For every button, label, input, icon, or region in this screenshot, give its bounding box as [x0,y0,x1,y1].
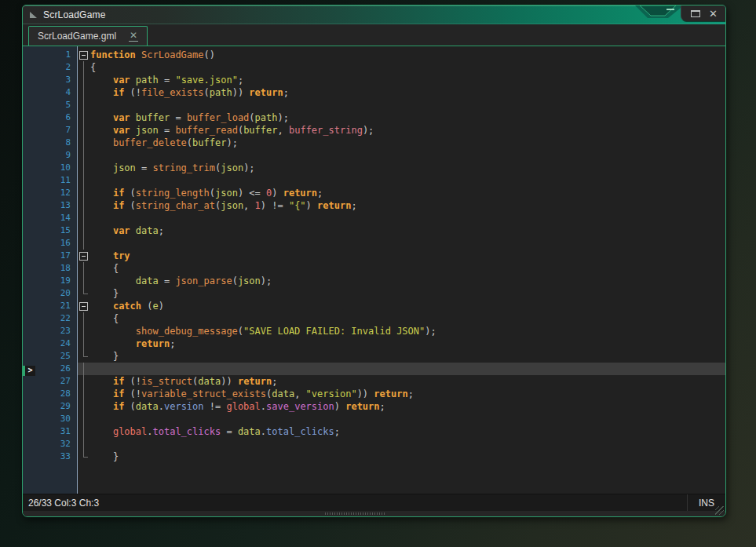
token-pun [90,426,113,437]
code-text: return; [90,337,175,350]
code-line: buffer_delete(buffer); [78,137,725,149]
token-pun [136,49,141,60]
code-line: if (data.version != global.save_version)… [78,400,725,413]
token-pun: = [136,162,153,173]
code-line: catch (e) [78,300,725,312]
fold-toggle-icon[interactable] [78,300,90,312]
code-line [78,237,725,250]
token-fn: string_trim [153,162,215,173]
window-buttons: ✕ [681,5,725,22]
line-number: 21 [23,300,77,312]
token-loc: e [152,301,158,312]
token-fn: variable_struct_exists [141,388,266,399]
code-line [78,438,725,450]
code-editor[interactable]: 1234567891011121314151617181920212223242… [23,46,725,494]
token-loc: json [215,188,238,199]
code-text: var buffer = buffer_load(path); [90,111,289,124]
fold-toggle-icon[interactable] [78,49,90,61]
line-number: 30 [23,413,77,425]
token-pun: = [221,426,238,437]
fold-guide [78,388,90,400]
token-pun: )) [232,87,250,98]
token-pun: { [90,313,119,324]
token-con: buffer_string [289,125,363,136]
token-pun [90,401,113,412]
line-number: 7 [23,124,77,137]
token-kw: if [113,87,124,98]
code-text: } [90,350,119,363]
token-pun [90,188,113,199]
token-pun: ; [351,200,356,211]
drag-handle-dots-icon[interactable] [325,512,386,515]
token-pun: ( [187,137,192,148]
token-pun: = [159,275,176,286]
token-kw: return [283,188,317,199]
fold-guide [78,199,90,212]
token-pun: ( [124,200,135,211]
token-pun: ; [283,87,289,98]
token-loc: path [210,87,232,98]
token-pun [90,162,113,173]
token-pun: = [170,112,187,123]
close-icon[interactable]: ✕ [709,9,718,19]
token-fn: ScrLoadGame [141,49,203,60]
line-number: 33 [23,450,77,463]
token-kw: var [113,75,130,86]
fold-guide [78,337,90,350]
token-pun: . [159,401,164,412]
token-pun: } [90,451,119,462]
line-number: 22 [23,312,77,325]
tab-close-icon[interactable]: ✕ [129,31,138,42]
token-pun: ); [226,137,237,148]
token-pun [90,125,113,136]
tab-scrloadgame[interactable]: ScrLoadGame.gml ✕ [28,26,148,46]
token-loc: json [221,162,243,173]
token-str: "version" [306,388,357,399]
tab-bar: ScrLoadGame.gml ✕ [23,24,725,46]
code-text: if (!file_exists(path)) return; [90,86,289,99]
minimize-notch-button[interactable] [635,5,681,19]
line-number: 15 [23,224,77,237]
fold-toggle-icon[interactable] [78,250,90,262]
code-line: global.total_clicks = data.total_clicks; [78,425,725,438]
window-menu-icon[interactable] [30,12,37,18]
line-number: 13 [23,199,77,212]
code-text: data = json_parse(json); [90,275,272,287]
code-text: var json = buffer_read(buffer, buffer_st… [90,124,374,137]
token-loc: data [136,401,159,412]
token-fn: buffer_read [175,125,237,136]
code-line: var data; [78,224,725,237]
code-lines[interactable]: function ScrLoadGame(){ var path = "save… [78,46,725,494]
minimize-notch-icon [635,5,681,19]
token-loc: json [221,200,243,211]
code-text: catch (e) [90,300,164,312]
window-titlebar[interactable]: ScrLoadGame ✕ [23,5,725,24]
token-kw: if [113,401,124,412]
token-pun: ; [159,225,164,236]
fold-guide [78,325,90,337]
token-gvar: total_clicks [153,426,221,437]
current-line-arrow-icon: > [23,366,35,376]
window-title: ScrLoadGame [43,9,106,20]
code-text: { [90,61,96,74]
resize-grip-icon[interactable] [715,506,724,515]
fold-guide [78,174,90,187]
line-number: 3 [23,74,77,86]
token-kw: if [113,188,124,199]
fold-guide [78,413,90,425]
maximize-icon[interactable] [691,10,700,17]
token-glb: global [113,426,147,437]
token-fn: show_debug_message [136,326,238,337]
code-line: if (string_length(json) <= 0) return; [78,187,725,199]
line-number: 31 [23,425,77,438]
code-line [78,212,725,224]
status-bar: 26/33 Col:3 Ch:3 INS [23,494,725,511]
token-fn: file_exists [141,87,203,98]
token-pun [130,125,136,136]
code-text: try [90,250,130,262]
token-pun: ); [261,275,272,286]
code-text: show_debug_message("SAVE LOAD FAILED: In… [90,325,436,337]
window-controls: ✕ [635,5,725,24]
token-pun: ); [243,162,254,173]
line-number: 20 [23,287,77,300]
